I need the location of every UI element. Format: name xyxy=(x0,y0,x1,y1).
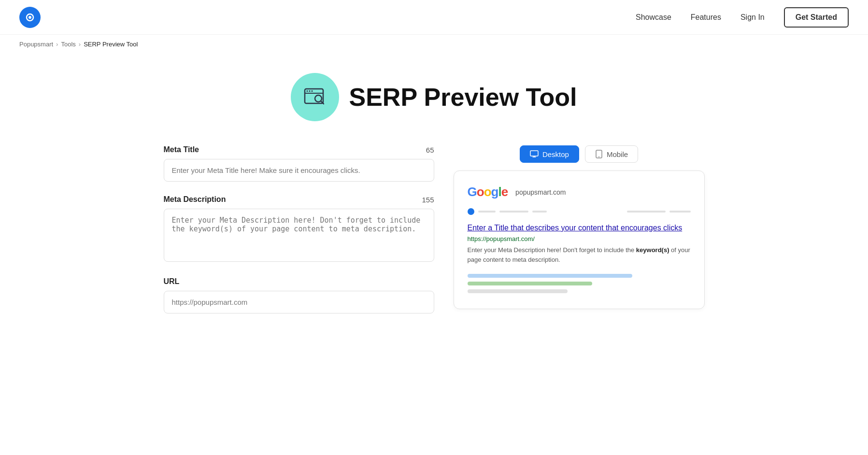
serp-line-blue xyxy=(468,274,633,278)
nav-features[interactable]: Features xyxy=(691,13,721,22)
breadcrumb: Popupsmart › Tools › SERP Preview Tool xyxy=(0,35,868,54)
serp-line-gray xyxy=(468,289,568,293)
hero-icon xyxy=(291,73,339,121)
url-header: URL xyxy=(164,277,434,286)
navbar: Showcase Features Sign In Get Started xyxy=(0,0,868,35)
svg-point-5 xyxy=(307,90,308,92)
url-input[interactable] xyxy=(164,291,434,313)
dot-line-4 xyxy=(627,211,666,213)
meta-description-group: Meta Description 155 xyxy=(164,195,434,264)
meta-title-input[interactable] xyxy=(164,159,434,182)
serp-desc-keyword: keyword(s) xyxy=(636,246,669,254)
meta-title-count: 65 xyxy=(426,146,434,154)
serp-result-desc: Enter your Meta Description here! Don't … xyxy=(468,245,691,264)
nav-links: Showcase Features Sign In Get Started xyxy=(636,7,849,28)
url-group: URL xyxy=(164,277,434,313)
svg-point-7 xyxy=(312,90,313,92)
dot-line-5 xyxy=(669,211,691,213)
nav-signin[interactable]: Sign In xyxy=(740,13,765,22)
serp-result-url[interactable]: https://popupsmart.com/ xyxy=(468,235,691,242)
svg-point-14 xyxy=(598,156,599,157)
meta-title-label: Meta Title xyxy=(164,145,199,154)
serp-url-bar: popupsmart.com xyxy=(515,188,566,196)
serp-preview-card: Google popupsmart.com Enter a Title that… xyxy=(454,171,705,309)
breadcrumb-home[interactable]: Popupsmart xyxy=(19,41,53,48)
serp-result: Enter a Title that describes your conten… xyxy=(468,223,691,264)
breadcrumb-section[interactable]: Tools xyxy=(61,41,75,48)
serp-header: Google popupsmart.com xyxy=(468,185,691,199)
right-panel: Desktop Mobile Google popupsmart.com xyxy=(454,145,705,327)
dot-line-3 xyxy=(532,211,547,213)
left-panel: Meta Title 65 Meta Description 155 URL xyxy=(164,145,434,327)
mobile-label: Mobile xyxy=(607,150,628,158)
logo[interactable] xyxy=(19,7,41,28)
mobile-toggle[interactable]: Mobile xyxy=(585,145,638,163)
serp-result-title[interactable]: Enter a Title that describes your conten… xyxy=(468,223,691,233)
meta-description-header: Meta Description 155 xyxy=(164,195,434,204)
meta-title-group: Meta Title 65 xyxy=(164,145,434,182)
url-label: URL xyxy=(164,277,180,286)
dot-line-2 xyxy=(499,211,528,213)
breadcrumb-sep-2: › xyxy=(79,41,81,48)
hero-section: SERP Preview Tool xyxy=(0,54,868,145)
dot-blue xyxy=(468,208,474,215)
main-content: Meta Title 65 Meta Description 155 URL xyxy=(144,145,724,346)
dot-line-1 xyxy=(478,211,496,213)
google-logo: Google xyxy=(468,185,508,199)
meta-description-input[interactable] xyxy=(164,209,434,262)
hero-title: SERP Preview Tool xyxy=(349,83,577,112)
serp-dots xyxy=(468,208,691,215)
meta-description-count: 155 xyxy=(422,196,434,204)
get-started-button[interactable]: Get Started xyxy=(784,7,849,28)
desktop-label: Desktop xyxy=(542,150,569,158)
nav-showcase[interactable]: Showcase xyxy=(636,13,671,22)
svg-point-2 xyxy=(28,16,31,19)
desktop-toggle[interactable]: Desktop xyxy=(520,145,579,163)
meta-description-label: Meta Description xyxy=(164,195,226,204)
breadcrumb-sep-1: › xyxy=(56,41,58,48)
serp-lines xyxy=(468,274,691,293)
view-toggle: Desktop Mobile xyxy=(454,145,705,163)
meta-title-header: Meta Title 65 xyxy=(164,145,434,154)
svg-point-6 xyxy=(309,90,311,92)
serp-line-green xyxy=(468,282,593,285)
breadcrumb-current: SERP Preview Tool xyxy=(84,41,138,48)
svg-rect-10 xyxy=(530,151,538,156)
serp-desc-before: Enter your Meta Description here! Don't … xyxy=(468,246,635,254)
